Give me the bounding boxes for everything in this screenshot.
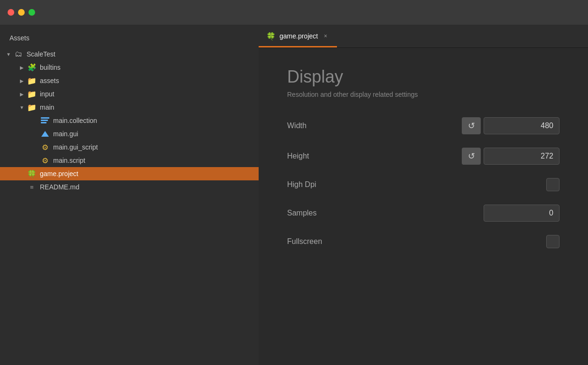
svg-marker-3 [41, 131, 49, 137]
height-reset-button[interactable]: ↺ [462, 148, 481, 165]
item-label: main.gui_script [53, 143, 98, 151]
sidebar-item-main-collection[interactable]: main.collection [0, 114, 259, 127]
item-label: game.project [40, 170, 78, 178]
tab-label: game.project [280, 32, 318, 40]
gui-icon [40, 130, 50, 138]
folder-icon: 📁 [27, 76, 37, 85]
svg-rect-2 [41, 122, 47, 123]
collection-icon [40, 116, 50, 125]
sidebar-item-readme[interactable]: ≡ README.md [0, 180, 259, 194]
samples-input[interactable] [484, 205, 560, 222]
item-label: main.script [53, 157, 85, 164]
item-label: README.md [40, 183, 79, 191]
sidebar-item-main[interactable]: 📁 main [0, 101, 259, 114]
reset-icon: ↺ [468, 151, 475, 161]
high-dpi-label: High Dpi [287, 180, 382, 189]
minimize-button[interactable] [18, 9, 25, 16]
folder-icon: 📁 [27, 90, 37, 98]
expand-arrow [17, 92, 27, 97]
tab-bar: 🍀 game.project × [259, 25, 588, 48]
titlebar [0, 0, 588, 25]
item-label: main.gui [53, 130, 78, 138]
section-title: Display [287, 67, 560, 87]
fullscreen-checkbox[interactable] [546, 235, 560, 248]
item-label: ScaleTest [27, 50, 56, 58]
samples-label: Samples [287, 209, 382, 217]
fullscreen-label: Fullscreen [287, 237, 382, 246]
right-panel: 🍀 game.project × Display Resolution and … [259, 25, 588, 365]
traffic-lights [8, 9, 35, 16]
item-label: assets [40, 77, 59, 84]
width-input[interactable] [484, 117, 560, 134]
sidebar: Assets 🗂 ScaleTest 🧩 builtins 📁 assets 📁… [0, 25, 259, 365]
sidebar-item-main-gui[interactable]: main.gui [0, 127, 259, 140]
height-label: Height [287, 152, 382, 160]
item-label: main.collection [53, 117, 97, 124]
readme-icon: ≡ [27, 183, 37, 191]
sidebar-item-main-script[interactable]: ⚙ main.script [0, 154, 259, 167]
close-button[interactable] [8, 9, 14, 16]
expand-arrow [17, 105, 27, 110]
width-reset-button[interactable]: ↺ [462, 117, 481, 134]
settings-row-high-dpi: High Dpi [287, 178, 560, 191]
settings-row-samples: Samples [287, 205, 560, 222]
maximize-button[interactable] [28, 9, 35, 16]
script-icon: ⚙ [40, 143, 50, 151]
sidebar-item-builtins[interactable]: 🧩 builtins [0, 61, 259, 74]
reset-icon: ↺ [468, 121, 475, 131]
tab-game-project[interactable]: 🍀 game.project × [259, 25, 337, 47]
settings-row-height: Height ↺ [287, 148, 560, 165]
settings-row-fullscreen: Fullscreen [287, 235, 560, 248]
puzzle-icon: 🧩 [27, 63, 37, 72]
width-label: Width [287, 122, 382, 130]
svg-rect-1 [41, 120, 48, 121]
high-dpi-checkbox[interactable] [546, 178, 560, 191]
content-area: Display Resolution and other display rel… [259, 48, 588, 365]
expand-arrow [17, 65, 27, 70]
height-input[interactable] [484, 148, 560, 165]
folder-icon: 📁 [27, 103, 37, 112]
sidebar-item-input[interactable]: 📁 input [0, 87, 259, 101]
tab-close-button[interactable]: × [322, 32, 329, 40]
settings-row-width: Width ↺ [287, 117, 560, 134]
expand-arrow [4, 52, 13, 57]
svg-rect-0 [41, 117, 49, 119]
tab-project-icon: 🍀 [266, 32, 276, 41]
item-label: main [40, 103, 54, 111]
project-icon: 🍀 [27, 169, 37, 178]
sidebar-item-assets[interactable]: 📁 assets [0, 74, 259, 87]
folder-icon: 🗂 [13, 50, 24, 58]
sidebar-item-game-project[interactable]: 🍀 game.project [0, 167, 259, 180]
item-label: builtins [40, 64, 61, 71]
expand-arrow [17, 78, 27, 84]
section-subtitle: Resolution and other display related set… [287, 91, 560, 98]
sidebar-header: Assets [0, 30, 259, 47]
sidebar-item-main-gui-script[interactable]: ⚙ main.gui_script [0, 140, 259, 154]
script-icon: ⚙ [40, 156, 50, 165]
sidebar-item-scaletest[interactable]: 🗂 ScaleTest [0, 47, 259, 61]
item-label: input [40, 90, 54, 98]
